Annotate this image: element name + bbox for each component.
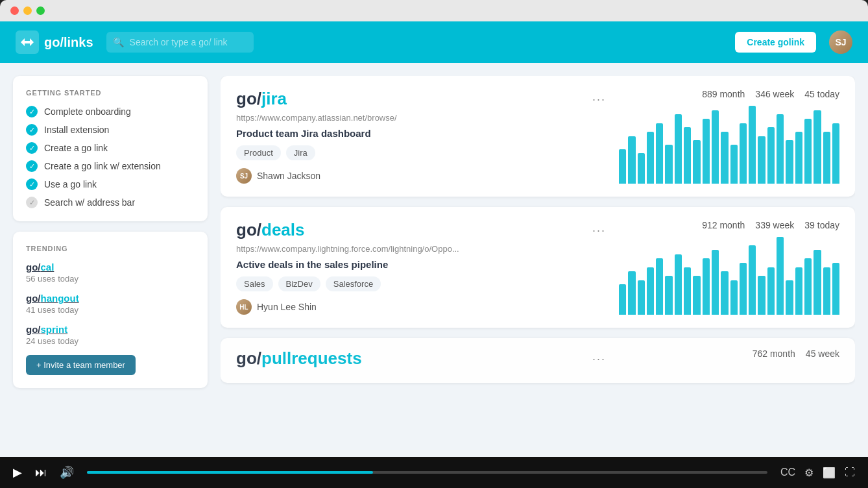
- stat-month-2: 762 month: [753, 348, 795, 359]
- golink-stats-2: 762 month 45 week: [619, 348, 839, 372]
- golink-suffix-2: pullrequests: [261, 348, 362, 368]
- picture-in-picture-icon[interactable]: ⬜: [823, 467, 836, 479]
- stat-week-2: 45 week: [806, 348, 839, 359]
- checklist-label-4: Use a go link: [44, 179, 97, 189]
- tag-1-0[interactable]: Sales: [236, 276, 273, 291]
- check-icon-done-1: ✓: [26, 124, 38, 136]
- chart-bar: [795, 132, 802, 184]
- golink-author-0: SJ Shawn Jackson: [236, 168, 606, 184]
- navbar: go/links 🔍 Create golink SJ: [0, 21, 868, 63]
- chart-bar: [758, 136, 765, 184]
- golink-url-0: https://www.company.atlassian.net/browse…: [236, 113, 606, 123]
- check-icon-done-4: ✓: [26, 178, 38, 190]
- tags-1: Sales BizDev Salesforce: [236, 276, 606, 291]
- chart-bar: [619, 149, 626, 184]
- tag-0-1[interactable]: Jira: [286, 145, 315, 160]
- chart-bar: [647, 267, 654, 315]
- traffic-light-green[interactable]: [36, 6, 45, 15]
- invite-team-button[interactable]: + Invite a team member: [26, 355, 136, 375]
- play-button[interactable]: ▶: [13, 465, 22, 480]
- chart-bar: [804, 258, 812, 315]
- chart-bar: [804, 119, 812, 184]
- golink-card-2: go/pullrequests ··· 762 month 45 week: [221, 338, 855, 383]
- logo[interactable]: go/links: [16, 30, 93, 54]
- sidebar: GETTING STARTED ✓ Complete onboarding ✓ …: [13, 76, 208, 444]
- golink-stats-1: 912 month 339 week 39 today: [619, 220, 839, 315]
- logo-text: go/links: [44, 35, 93, 50]
- golink-name-1[interactable]: go/deals: [236, 220, 305, 240]
- stats-numbers-1: 912 month 339 week 39 today: [619, 220, 839, 230]
- golink-title-1: Active deals in the sales pipeline: [236, 259, 606, 270]
- chart-bar: [740, 123, 747, 184]
- author-avatar-1: HL: [236, 299, 252, 315]
- fullscreen-icon[interactable]: ⛶: [845, 467, 855, 478]
- stat-month-1: 912 month: [702, 220, 745, 230]
- cc-icon[interactable]: CC: [780, 467, 795, 478]
- search-icon: 🔍: [113, 37, 124, 47]
- mini-chart-1: [619, 237, 839, 315]
- chart-bar: [767, 267, 775, 315]
- search-wrapper: 🔍: [106, 32, 408, 53]
- golink-suffix-1: deals: [261, 220, 305, 239]
- logo-icon: [16, 30, 39, 54]
- cards-area: go/jira ··· https://www.company.atlassia…: [221, 76, 855, 444]
- stat-week-1: 339 week: [755, 220, 794, 230]
- search-input[interactable]: [106, 32, 254, 53]
- trending-item-1: go/hangout 41 uses today: [26, 293, 195, 315]
- golink-name-2[interactable]: go/pullrequests: [236, 348, 362, 369]
- author-name-1: Hyun Lee Shin: [257, 302, 317, 312]
- golink-author-1: HL Hyun Lee Shin: [236, 299, 606, 315]
- trending-link-0[interactable]: go/cal: [26, 262, 195, 273]
- avatar-image: SJ: [829, 30, 852, 54]
- progress-bar[interactable]: [87, 471, 767, 474]
- author-name-0: Shawn Jackson: [257, 171, 320, 181]
- settings-icon[interactable]: ⚙: [804, 467, 814, 479]
- getting-started-card: GETTING STARTED ✓ Complete onboarding ✓ …: [13, 76, 208, 221]
- chart-bar: [684, 267, 691, 315]
- avatar[interactable]: SJ: [829, 30, 852, 54]
- mini-chart-0: [619, 106, 839, 184]
- trending-count-0: 56 uses today: [26, 274, 195, 284]
- chart-bar: [767, 127, 775, 184]
- checklist-label-1: Install extension: [44, 125, 109, 135]
- chart-bar: [814, 110, 821, 184]
- golink-url-1: https://www.company.lightning.force.com/…: [236, 244, 606, 254]
- more-options-button-0[interactable]: ···: [592, 93, 606, 105]
- tag-0-0[interactable]: Product: [236, 145, 281, 160]
- traffic-light-red[interactable]: [10, 6, 19, 15]
- golink-header-1: go/deals ···: [236, 220, 606, 240]
- chart-bar: [721, 271, 728, 315]
- chart-bar: [814, 250, 821, 315]
- chart-bar: [665, 145, 672, 184]
- chart-bar: [712, 250, 719, 315]
- chart-bar: [647, 132, 654, 184]
- trending-suffix-0: cal: [41, 262, 54, 273]
- chart-bar: [758, 276, 765, 315]
- chart-bar: [675, 114, 682, 184]
- chart-bar: [712, 110, 719, 184]
- tag-1-2[interactable]: Salesforce: [326, 276, 381, 291]
- stat-month-0: 889 month: [702, 89, 745, 99]
- more-options-button-2[interactable]: ···: [592, 353, 606, 365]
- tag-1-1[interactable]: BizDev: [278, 276, 320, 291]
- chart-bar: [749, 106, 756, 184]
- trending-link-2[interactable]: go/sprint: [26, 324, 195, 335]
- checklist-label-5: Search w/ address bar: [44, 197, 135, 208]
- more-options-button-1[interactable]: ···: [592, 225, 606, 236]
- checklist-item-5[interactable]: ✓ Search w/ address bar: [26, 197, 195, 208]
- traffic-light-yellow[interactable]: [23, 6, 32, 15]
- chart-bar: [703, 258, 710, 315]
- chart-bar: [730, 145, 738, 184]
- trending-link-1[interactable]: go/hangout: [26, 293, 195, 304]
- create-golink-button[interactable]: Create golink: [735, 32, 816, 53]
- skip-button[interactable]: ⏭: [35, 466, 47, 480]
- trending-count-1: 41 uses today: [26, 305, 195, 315]
- bottom-bar: ▶ ⏭ 🔊 CC ⚙ ⬜ ⛶: [0, 457, 868, 488]
- checklist-item-1: ✓ Install extension: [26, 124, 195, 136]
- golink-card-1: go/deals ··· https://www.company.lightni…: [221, 207, 855, 328]
- stat-week-0: 346 week: [755, 89, 794, 99]
- volume-button[interactable]: 🔊: [60, 465, 74, 480]
- golink-name-0[interactable]: go/jira: [236, 89, 287, 109]
- checklist-item-0: ✓ Complete onboarding: [26, 106, 195, 117]
- checklist-item-2: ✓ Create a go link: [26, 142, 195, 154]
